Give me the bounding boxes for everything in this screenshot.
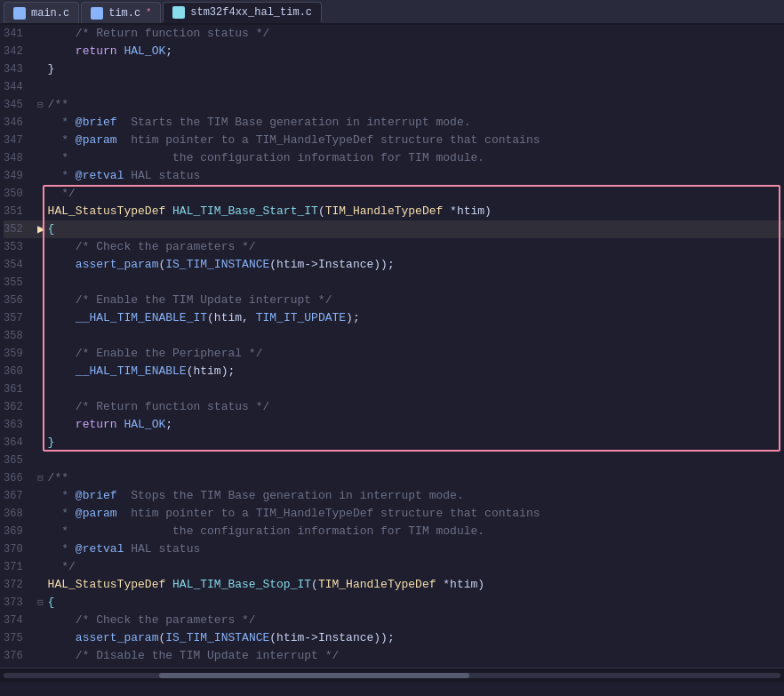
line-364: 364 }	[4, 434, 784, 452]
line-371: 371 */	[4, 558, 784, 576]
line-374: 374 /* Check the parameters */	[4, 612, 784, 629]
line-348: 348 * the configuration information for …	[4, 149, 784, 167]
line-357: 357 __HAL_TIM_ENABLE_IT(htim, TIM_IT_UPD…	[4, 309, 784, 327]
tab-modified-indicator: *	[146, 8, 151, 18]
line-361: 361	[4, 380, 784, 398]
tab-bar: main.c tim.c * stm32f4xx_hal_tim.c	[0, 0, 784, 25]
line-376: 376 /* Disable the TIM Update interrupt …	[4, 647, 784, 665]
line-370: 370 * @retval HAL status	[4, 540, 784, 558]
code-area[interactable]: ▶ 341 /* Return function status */ 342 r…	[0, 25, 784, 668]
tab-stm32-hal[interactable]: stm32f4xx_hal_tim.c	[163, 2, 322, 23]
code-wrapper: ▶ 341 /* Return function status */ 342 r…	[0, 25, 784, 682]
line-346: 346 * @brief Starts the TIM Base generat…	[4, 114, 784, 132]
line-367: 367 * @brief Stops the TIM Base generati…	[4, 487, 784, 505]
line-353: 353 /* Check the parameters */	[4, 238, 784, 256]
line-350: 350 */	[4, 185, 784, 203]
line-363: 363 return HAL_OK;	[4, 416, 784, 434]
line-362: 362 /* Return function status */	[4, 398, 784, 416]
tab-icon-tim-c	[91, 7, 103, 20]
scrollbar-thumb[interactable]	[159, 673, 470, 678]
line-369: 369 * the configuration information for …	[4, 523, 784, 540]
line-343: 343 }	[4, 60, 784, 78]
line-354: 354 assert_param(IS_TIM_INSTANCE(htim->I…	[4, 256, 784, 274]
line-366: 366 ⊟ /**	[4, 469, 784, 487]
line-341: 341 /* Return function status */	[4, 25, 784, 43]
line-368: 368 * @param htim pointer to a TIM_Handl…	[4, 505, 784, 523]
line-352: 352 ⊟ {	[4, 220, 784, 238]
line-373: 373 ⊟ {	[4, 594, 784, 612]
line-372: 372 HAL_StatusTypeDef HAL_TIM_Base_Stop_…	[4, 576, 784, 594]
tab-label-tim-c: tim.c	[108, 7, 140, 20]
line-347: 347 * @param htim pointer to a TIM_Handl…	[4, 132, 784, 149]
tab-label-stm32-hal: stm32f4xx_hal_tim.c	[190, 6, 312, 19]
line-355: 355	[4, 274, 784, 292]
line-365: 365	[4, 452, 784, 469]
line-345: 345 ⊟ /**	[4, 96, 784, 114]
line-349: 349 * @retval HAL status	[4, 167, 784, 185]
tab-icon-main-c	[13, 7, 26, 20]
tab-tim-c[interactable]: tim.c *	[81, 2, 161, 23]
line-359: 359 /* Enable the Peripheral */	[4, 345, 784, 363]
tab-main-c[interactable]: main.c	[4, 2, 79, 23]
scrollbar-track[interactable]	[4, 673, 780, 678]
editor: ▶ 341 /* Return function status */ 342 r…	[0, 25, 784, 682]
line-351: 351 HAL_StatusTypeDef HAL_TIM_Base_Start…	[4, 203, 784, 220]
horizontal-scrollbar[interactable]	[0, 668, 784, 682]
line-358: 358	[4, 327, 784, 345]
tab-icon-stm32-hal	[172, 6, 185, 19]
line-356: 356 /* Enable the TIM Update interrupt *…	[4, 292, 784, 309]
line-360: 360 __HAL_TIM_ENABLE(htim);	[4, 363, 784, 380]
line-342: 342 return HAL_OK;	[4, 43, 784, 60]
tab-label-main-c: main.c	[31, 7, 69, 20]
line-375: 375 assert_param(IS_TIM_INSTANCE(htim->I…	[4, 629, 784, 647]
line-344: 344	[4, 78, 784, 96]
